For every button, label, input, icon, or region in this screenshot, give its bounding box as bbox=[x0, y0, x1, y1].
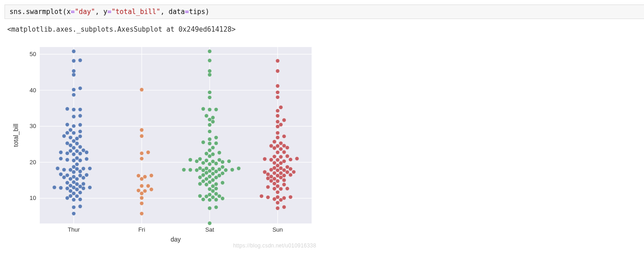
svg-point-117 bbox=[146, 151, 150, 154]
svg-point-63 bbox=[75, 156, 79, 160]
svg-point-79 bbox=[69, 136, 72, 139]
svg-point-87 bbox=[78, 123, 82, 127]
svg-point-52 bbox=[75, 167, 79, 171]
svg-point-128 bbox=[211, 195, 215, 199]
svg-point-115 bbox=[140, 157, 144, 160]
svg-point-222 bbox=[272, 182, 276, 185]
svg-point-193 bbox=[208, 118, 211, 121]
svg-point-148 bbox=[208, 175, 211, 178]
svg-point-134 bbox=[211, 189, 215, 193]
svg-point-256 bbox=[272, 155, 276, 158]
svg-point-202 bbox=[208, 69, 211, 73]
svg-point-91 bbox=[72, 108, 75, 111]
svg-point-119 bbox=[140, 128, 144, 132]
svg-point-124 bbox=[208, 198, 211, 202]
svg-point-233 bbox=[266, 172, 270, 176]
svg-point-104 bbox=[140, 196, 144, 200]
swarmplot-chart: 1020304050ThurFriSatSundaytotal_bill htt… bbox=[5, 38, 321, 251]
svg-point-268 bbox=[276, 136, 280, 139]
svg-point-158 bbox=[224, 168, 228, 172]
svg-point-221 bbox=[282, 183, 286, 186]
svg-point-235 bbox=[272, 171, 276, 175]
svg-point-149 bbox=[217, 174, 221, 177]
svg-point-59 bbox=[78, 158, 82, 162]
svg-point-19 bbox=[78, 198, 82, 201]
svg-point-76 bbox=[65, 141, 69, 145]
svg-point-56 bbox=[72, 165, 75, 169]
svg-point-213 bbox=[289, 195, 292, 199]
svg-point-54 bbox=[88, 166, 92, 170]
svg-point-92 bbox=[78, 108, 82, 111]
svg-point-177 bbox=[188, 158, 192, 162]
svg-point-23 bbox=[72, 191, 75, 195]
svg-point-122 bbox=[208, 206, 211, 210]
svg-point-172 bbox=[211, 160, 215, 163]
svg-point-37 bbox=[65, 181, 69, 185]
svg-point-281 bbox=[276, 69, 280, 73]
svg-point-40 bbox=[69, 177, 72, 180]
svg-point-242 bbox=[289, 167, 292, 171]
svg-point-180 bbox=[211, 152, 215, 156]
svg-point-220 bbox=[276, 184, 280, 188]
svg-point-60 bbox=[65, 158, 69, 162]
svg-point-251 bbox=[269, 158, 273, 162]
svg-point-244 bbox=[272, 166, 276, 170]
svg-text:Sun: Sun bbox=[272, 226, 283, 233]
svg-point-102 bbox=[140, 212, 144, 215]
svg-point-118 bbox=[140, 134, 144, 138]
svg-point-192 bbox=[211, 120, 215, 124]
svg-point-239 bbox=[276, 168, 280, 172]
svg-point-24 bbox=[78, 190, 82, 194]
svg-point-252 bbox=[289, 157, 292, 161]
output-repr: <matplotlib.axes._subplots.AxesSubplot a… bbox=[5, 24, 644, 34]
svg-point-267 bbox=[272, 140, 276, 143]
svg-point-266 bbox=[279, 141, 283, 145]
svg-point-33 bbox=[78, 185, 82, 188]
svg-point-228 bbox=[279, 176, 283, 179]
svg-point-182 bbox=[217, 151, 221, 154]
svg-point-85 bbox=[69, 128, 72, 132]
svg-text:day: day bbox=[171, 236, 181, 243]
code-eq2: = bbox=[107, 8, 112, 16]
svg-point-36 bbox=[81, 182, 85, 185]
svg-point-58 bbox=[72, 159, 75, 162]
svg-point-62 bbox=[59, 157, 62, 160]
svg-point-68 bbox=[59, 151, 62, 154]
svg-point-39 bbox=[75, 177, 79, 180]
svg-point-86 bbox=[72, 124, 75, 128]
svg-text:Thur: Thur bbox=[68, 226, 80, 233]
svg-point-105 bbox=[140, 191, 144, 195]
svg-point-163 bbox=[211, 167, 215, 171]
svg-point-178 bbox=[198, 157, 202, 161]
svg-point-103 bbox=[140, 201, 144, 205]
svg-point-157 bbox=[195, 168, 198, 172]
svg-point-146 bbox=[214, 176, 218, 179]
svg-point-190 bbox=[208, 129, 211, 133]
svg-point-269 bbox=[282, 134, 286, 138]
svg-point-270 bbox=[276, 131, 280, 135]
svg-point-277 bbox=[279, 105, 283, 109]
svg-text:20: 20 bbox=[30, 159, 36, 166]
code-cell: sns.swarmplot(x="day", y="total_bill", d… bbox=[5, 5, 644, 19]
code-ykey: y bbox=[103, 8, 107, 16]
svg-point-216 bbox=[279, 187, 283, 190]
svg-point-153 bbox=[205, 171, 208, 175]
svg-point-16 bbox=[72, 205, 75, 209]
code-eq1: = bbox=[70, 8, 75, 16]
svg-point-280 bbox=[276, 84, 280, 88]
svg-point-276 bbox=[276, 109, 280, 113]
svg-point-111 bbox=[140, 177, 144, 180]
svg-point-170 bbox=[201, 161, 205, 165]
svg-point-21 bbox=[75, 194, 79, 198]
svg-point-141 bbox=[221, 181, 224, 185]
svg-point-131 bbox=[198, 194, 202, 198]
svg-point-15 bbox=[72, 212, 75, 215]
svg-point-208 bbox=[279, 198, 283, 202]
svg-text:40: 40 bbox=[30, 87, 36, 94]
svg-point-195 bbox=[205, 114, 208, 118]
svg-point-20 bbox=[65, 196, 69, 200]
code-close: ) bbox=[205, 8, 210, 16]
code-comma2: , bbox=[160, 8, 168, 16]
svg-point-261 bbox=[272, 146, 276, 150]
svg-point-155 bbox=[208, 169, 211, 173]
